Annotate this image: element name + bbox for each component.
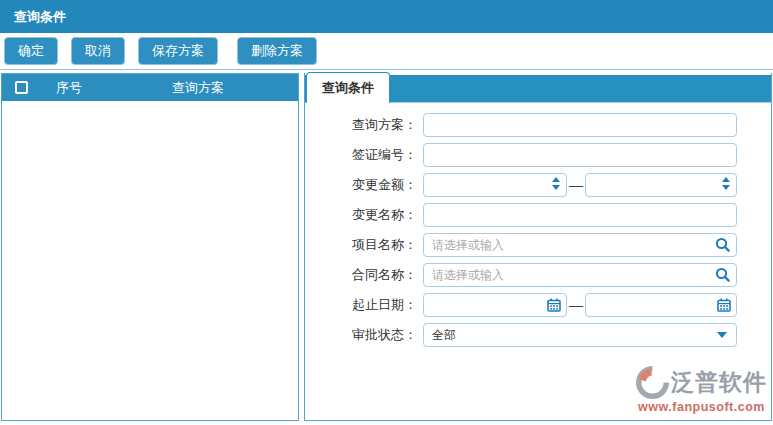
chevron-down-icon bbox=[717, 332, 727, 338]
tab-strip: 查询条件 bbox=[305, 75, 771, 103]
fanpu-logo-icon bbox=[636, 366, 669, 399]
watermark-url-text: www.fanpusoft.com bbox=[638, 400, 765, 414]
select-all-cell bbox=[2, 81, 40, 94]
query-plan-panel: 序号 查询方案 bbox=[1, 73, 299, 421]
visa-number-input[interactable] bbox=[423, 143, 737, 167]
contract-name-input[interactable] bbox=[423, 263, 737, 287]
change-amount-from-input[interactable] bbox=[423, 173, 567, 197]
change-amount-label: 变更金额： bbox=[317, 176, 417, 194]
range-dash: — bbox=[567, 293, 585, 317]
cancel-button[interactable]: 取消 bbox=[71, 37, 125, 65]
spinner-up-icon[interactable] bbox=[552, 177, 560, 182]
window-title-bar: 查询条件 bbox=[0, 0, 773, 33]
change-name-input[interactable] bbox=[423, 203, 737, 227]
table-header-row: 序号 查询方案 bbox=[2, 74, 298, 101]
approval-status-value: 全部 bbox=[432, 327, 456, 344]
tab-query-condition[interactable]: 查询条件 bbox=[306, 72, 390, 103]
contract-name-label: 合同名称： bbox=[317, 266, 417, 284]
form-row-change-name: 变更名称： bbox=[317, 203, 771, 227]
calendar-icon[interactable] bbox=[547, 298, 561, 312]
delete-plan-button[interactable]: 删除方案 bbox=[237, 37, 317, 65]
form-row-approval-status: 审批状态： 全部 bbox=[317, 323, 771, 347]
table-body-empty bbox=[2, 101, 298, 420]
range-dash: — bbox=[567, 173, 585, 197]
project-name-input[interactable] bbox=[423, 233, 737, 257]
query-form: 查询方案： 签证编号： 变更金额： bbox=[305, 103, 771, 353]
watermark-brand-text: 泛普软件 bbox=[671, 367, 767, 398]
select-all-checkbox[interactable] bbox=[15, 81, 28, 94]
form-row-plan-name: 查询方案： bbox=[317, 113, 771, 137]
change-name-label: 变更名称： bbox=[317, 206, 417, 224]
plan-name-input[interactable] bbox=[423, 113, 737, 137]
visa-number-label: 签证编号： bbox=[317, 146, 417, 164]
column-header-plan: 查询方案 bbox=[98, 79, 298, 97]
date-to-input[interactable] bbox=[585, 293, 737, 317]
form-row-project-name: 项目名称： bbox=[317, 233, 771, 257]
spinner-down-icon[interactable] bbox=[722, 185, 730, 190]
search-icon[interactable] bbox=[715, 267, 731, 283]
project-name-label: 项目名称： bbox=[317, 236, 417, 254]
spinner-up-icon[interactable] bbox=[722, 177, 730, 182]
form-row-visa-number: 签证编号： bbox=[317, 143, 771, 167]
query-condition-panel: 查询条件 查询方案： 签证编号： bbox=[304, 73, 772, 421]
form-row-contract-name: 合同名称： bbox=[317, 263, 771, 287]
toolbar: 确定 取消 保存方案 删除方案 bbox=[0, 33, 773, 69]
confirm-button[interactable]: 确定 bbox=[4, 37, 58, 65]
plan-name-label: 查询方案： bbox=[317, 116, 417, 134]
form-row-date-range: 起止日期： bbox=[317, 293, 771, 317]
spinner-down-icon[interactable] bbox=[552, 185, 560, 190]
amount-from-spinner[interactable] bbox=[552, 177, 560, 190]
approval-status-select[interactable]: 全部 bbox=[423, 323, 737, 347]
column-header-index: 序号 bbox=[40, 79, 98, 97]
calendar-icon[interactable] bbox=[717, 298, 731, 312]
approval-status-label: 审批状态： bbox=[317, 326, 417, 344]
date-range-label: 起止日期： bbox=[317, 296, 417, 314]
date-from-input[interactable] bbox=[423, 293, 567, 317]
save-plan-button[interactable]: 保存方案 bbox=[138, 37, 218, 65]
content-area: 序号 查询方案 查询条件 查询方案： 签证编号： bbox=[0, 70, 773, 423]
amount-to-spinner[interactable] bbox=[722, 177, 730, 190]
change-amount-to-input[interactable] bbox=[585, 173, 737, 197]
vendor-watermark: 泛普软件 www.fanpusoft.com bbox=[636, 366, 767, 414]
search-icon[interactable] bbox=[715, 237, 731, 253]
page-title: 查询条件 bbox=[14, 9, 66, 24]
form-row-change-amount: 变更金额： — bbox=[317, 173, 771, 197]
